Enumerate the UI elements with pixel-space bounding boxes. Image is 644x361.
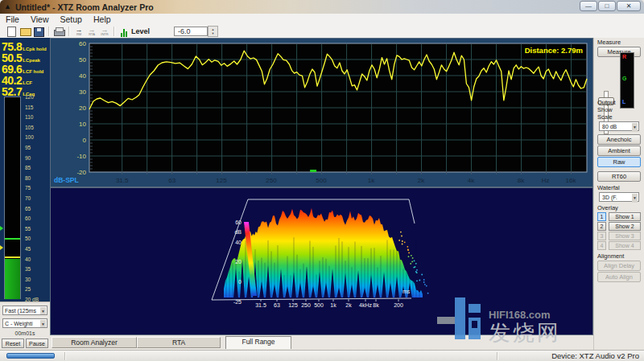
overlay-3-show-button[interactable]: Show 3 xyxy=(609,232,641,240)
svg-text:125: 125 xyxy=(216,177,227,184)
level-value-input[interactable]: -6.0 xyxy=(174,27,208,36)
svg-text:4k: 4k xyxy=(468,177,475,184)
svg-text:8k: 8k xyxy=(518,177,525,184)
rt60-button[interactable]: RT60 xyxy=(597,171,641,182)
meter-scale-tick: 85 xyxy=(25,165,49,170)
export-rta-icon[interactable]: →RTA xyxy=(85,27,98,36)
scale-label: Scale xyxy=(597,113,613,121)
svg-text:60: 60 xyxy=(235,219,242,225)
menu-setup[interactable]: Setup xyxy=(55,14,88,25)
overlay-1-toggle[interactable]: 1 xyxy=(597,212,606,221)
anechoic-button[interactable]: Anechoic xyxy=(597,134,641,145)
elapsed-time: 00m01s xyxy=(0,330,50,336)
overlay-row-1: 1 Show 1 xyxy=(597,212,642,221)
overlay-section-label: Overlay xyxy=(597,204,618,211)
ambient-button[interactable]: Ambient xyxy=(597,146,641,156)
waterfall-mode-dropdown[interactable]: 3D (F. xyxy=(599,192,639,202)
svg-text:40: 40 xyxy=(79,72,86,80)
svg-text:500: 500 xyxy=(316,177,327,184)
tab-0[interactable]: Room Analyzer xyxy=(52,337,137,348)
meter-scale-tick: 95 xyxy=(25,145,49,150)
menu-file[interactable]: File xyxy=(0,14,25,25)
maximize-button[interactable]: □ xyxy=(598,1,616,11)
auto-align-button[interactable]: Auto Align xyxy=(597,272,641,282)
overlay-2-toggle[interactable]: 2 xyxy=(597,222,606,231)
overlay-1-show-button[interactable]: Show 1 xyxy=(609,212,641,221)
overlay-3-toggle[interactable]: 3 xyxy=(597,232,606,240)
spl-readings-panel: 75.8LCpk hold 50.5LCpeak 69.6LCF hold 40… xyxy=(0,38,50,350)
export-rm-icon[interactable]: →RM xyxy=(72,27,85,36)
svg-text:4kHz: 4kHz xyxy=(359,302,372,308)
svg-text:40: 40 xyxy=(235,240,242,245)
meter-letter-r: R xyxy=(622,54,626,59)
input-level-meter: R G L xyxy=(620,52,634,109)
print-icon[interactable] xyxy=(53,27,65,37)
raw-button[interactable]: Raw xyxy=(597,157,641,167)
svg-text:1k: 1k xyxy=(368,177,375,184)
minimize-button[interactable]: — xyxy=(580,1,597,11)
overlay-row-3: 3 Show 3 xyxy=(597,232,642,240)
level-spinner[interactable]: ▲▼ xyxy=(208,26,218,37)
meter-letter-g: G xyxy=(622,76,626,81)
meter-peak-marker-yellow xyxy=(0,245,3,250)
open-file-icon[interactable] xyxy=(19,27,31,37)
meter-scale-tick: 90 xyxy=(25,155,49,161)
tab-1[interactable]: RTA xyxy=(137,337,221,348)
menu-view[interactable]: View xyxy=(25,14,55,25)
app-icon: ▲ xyxy=(4,0,11,14)
menu-help[interactable]: Help xyxy=(88,14,117,25)
weighting-dropdown[interactable]: C - Weighti xyxy=(2,318,47,328)
menubar: File View Setup Help xyxy=(0,14,644,26)
tab-2[interactable]: Full Range xyxy=(225,336,291,349)
svg-text:60: 60 xyxy=(79,40,86,47)
meter-scale-tick: 65 xyxy=(25,206,49,211)
svg-text:30: 30 xyxy=(79,88,86,96)
toolbar-separator xyxy=(68,27,70,36)
overlay-4-toggle[interactable]: 4 xyxy=(597,241,606,250)
control-panel: Measure Measure R G L Output Show Scale … xyxy=(593,38,644,350)
overlay-4-show-button[interactable]: Show 4 xyxy=(609,241,641,250)
response-speed-dropdown[interactable]: Fast (125ms xyxy=(2,306,47,315)
svg-text:-20: -20 xyxy=(76,169,86,176)
overlay-2-show-button[interactable]: Show 2 xyxy=(609,222,641,231)
reset-button[interactable]: Reset xyxy=(2,338,24,348)
new-file-icon[interactable] xyxy=(6,27,18,37)
svg-text:31.5: 31.5 xyxy=(255,302,266,308)
meter-scale-tick: 80 xyxy=(25,175,49,181)
measure-section-label: Measure xyxy=(597,39,621,46)
export-rta-caption: RTA xyxy=(85,33,98,36)
meter-scale-tick: 100 xyxy=(25,134,49,140)
meter-peak-marker-green xyxy=(0,226,3,231)
scale-dropdown[interactable]: 80 dB xyxy=(599,121,639,131)
show-label: Show xyxy=(597,106,613,113)
svg-text:20: 20 xyxy=(235,259,242,265)
pause-button[interactable]: Pause xyxy=(26,338,48,348)
export-intr-icon[interactable]: →INTR xyxy=(98,27,111,36)
svg-text:0: 0 xyxy=(238,279,242,285)
meter-scale-tick: 55 xyxy=(25,226,49,232)
spl-level-meter: 1201151101051009590858075706560555045403… xyxy=(0,96,50,299)
titlebar[interactable]: ▲ Untitled* - XTZ Room Analyzer Pro — □ … xyxy=(0,0,644,14)
svg-text:63: 63 xyxy=(168,177,175,184)
meter-scale-tick: 40 xyxy=(25,256,49,262)
level-label: Level xyxy=(131,27,150,35)
close-button[interactable]: ✕ xyxy=(617,1,641,11)
overlay-row-4: 4 Show 4 xyxy=(597,241,642,250)
align-delay-button[interactable]: Align Delay xyxy=(597,260,641,271)
svg-text:31.5: 31.5 xyxy=(116,177,129,184)
svg-text:50: 50 xyxy=(79,56,86,64)
meter-controls: Fast (125ms C - Weighti 00m01s Reset Pau… xyxy=(0,302,50,350)
meter-letter-l: L xyxy=(622,99,625,105)
svg-text:2k: 2k xyxy=(418,177,425,184)
spl-spectrum-chart[interactable]: 6050403020100-10-2031.5631252505001k2k4k… xyxy=(50,38,593,187)
svg-text:500: 500 xyxy=(314,302,324,308)
meter-scale-tick: 110 xyxy=(25,114,49,120)
svg-text:Distance: 2.79m: Distance: 2.79m xyxy=(525,46,583,55)
status-separator xyxy=(497,352,498,360)
save-file-icon[interactable] xyxy=(33,27,45,37)
meter-scale-tick: 120 xyxy=(25,94,49,100)
output-label: Output xyxy=(597,99,616,106)
waterfall-3d-chart[interactable]: 60dB40200-2531.5631252505001k2k4kHz8k200… xyxy=(50,187,593,335)
export-rm-caption: RM xyxy=(72,33,85,36)
window-title: Untitled* - XTZ Room Analyzer Pro xyxy=(15,2,154,12)
